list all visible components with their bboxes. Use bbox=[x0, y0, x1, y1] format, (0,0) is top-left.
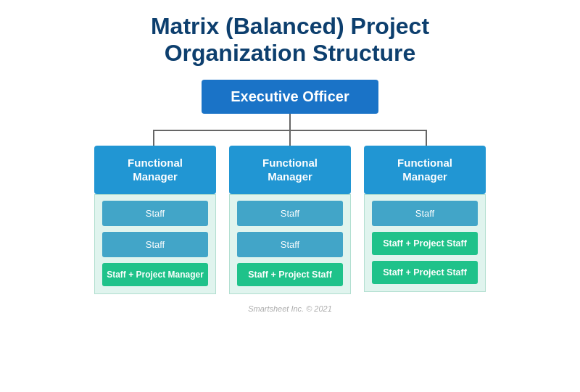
col-drop-mid bbox=[289, 130, 291, 146]
exec-connector bbox=[289, 114, 291, 130]
col-inner-2: Staff Staff Staff + Project Staff bbox=[229, 194, 351, 294]
project-box-3-1: Staff + Project Staff bbox=[372, 232, 478, 255]
staff-box-2-1: Staff bbox=[237, 201, 343, 226]
executive-officer-box: Executive Officer bbox=[202, 80, 378, 114]
col-drop-right bbox=[426, 130, 427, 146]
project-box-3-2: Staff + Project Staff bbox=[372, 261, 478, 284]
column-3: FunctionalManager Staff Staff + Project … bbox=[364, 146, 486, 292]
fm-box-1: FunctionalManager bbox=[94, 146, 216, 194]
staff-box-2-2: Staff bbox=[237, 232, 343, 257]
org-chart: Executive Officer FunctionalManager Staf… bbox=[0, 80, 580, 294]
col-drop-left bbox=[153, 130, 154, 146]
fm-box-2: FunctionalManager bbox=[229, 146, 351, 194]
fm-box-3: FunctionalManager bbox=[364, 146, 486, 194]
column-1: FunctionalManager Staff Staff Staff + Pr… bbox=[94, 146, 216, 294]
title-line1: Matrix (Balanced) Project bbox=[151, 13, 429, 39]
staff-box-3-1: Staff bbox=[372, 201, 478, 226]
page-title: Matrix (Balanced) Project Organization S… bbox=[151, 13, 429, 67]
footer-text: Smartsheet Inc. © 2021 bbox=[248, 304, 332, 313]
staff-box-1-1: Staff bbox=[102, 201, 208, 226]
project-manager-box-1: Staff + Project Manager bbox=[102, 263, 208, 286]
title-line2: Organization Structure bbox=[165, 40, 416, 66]
staff-box-1-2: Staff bbox=[102, 232, 208, 257]
column-2: FunctionalManager Staff Staff Staff + Pr… bbox=[229, 146, 351, 294]
col-inner-1: Staff Staff Staff + Project Manager bbox=[94, 194, 216, 294]
col-inner-3: Staff Staff + Project Staff Staff + Proj… bbox=[364, 194, 486, 292]
three-way-connector bbox=[95, 130, 485, 146]
project-box-2: Staff + Project Staff bbox=[237, 263, 343, 286]
columns-container: FunctionalManager Staff Staff Staff + Pr… bbox=[94, 146, 486, 294]
